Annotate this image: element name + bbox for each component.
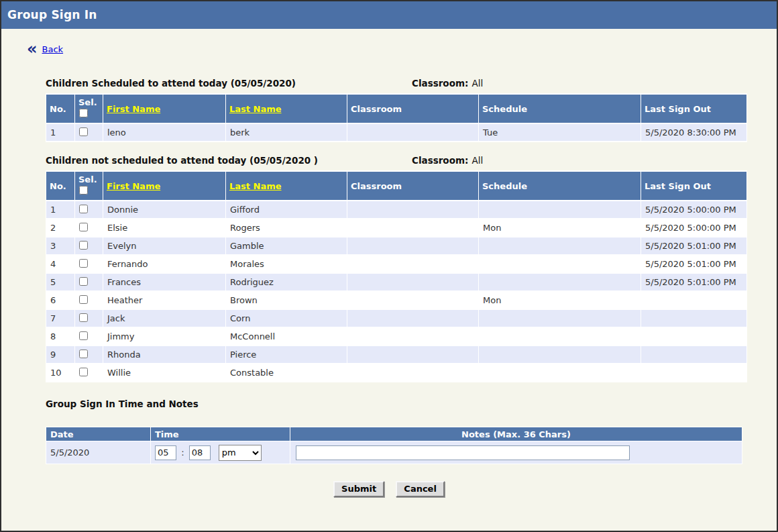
sort-last-name-link[interactable]: Last Name bbox=[229, 181, 282, 191]
cell-classroom bbox=[347, 124, 478, 141]
cell-first-name: Frances bbox=[103, 274, 225, 290]
row-select-checkbox[interactable] bbox=[79, 331, 88, 340]
cell-schedule: Tue bbox=[479, 124, 641, 141]
table-row: 3 Evelyn Gamble 5/5/2020 5:01:00 PM bbox=[46, 237, 746, 254]
cell-classroom bbox=[347, 201, 478, 218]
table-row: 8 Jimmy McConnell bbox=[46, 328, 746, 345]
column-header-time: Time bbox=[151, 427, 290, 441]
cell-no: 4 bbox=[46, 256, 74, 272]
column-header-classroom: Classroom bbox=[347, 95, 478, 123]
cell-schedule: Mon bbox=[479, 292, 641, 309]
cell-classroom bbox=[347, 292, 478, 309]
submit-button[interactable]: Submit bbox=[333, 481, 384, 497]
column-header-date: Date bbox=[46, 427, 150, 441]
column-header-schedule: Schedule bbox=[479, 172, 641, 200]
column-header-last-sign-out: Last Sign Out bbox=[641, 95, 746, 123]
page-title: Group Sign In bbox=[1, 1, 777, 29]
column-header-first-name: First Name bbox=[103, 172, 225, 200]
row-select-checkbox[interactable] bbox=[79, 259, 88, 268]
cell-last-name: berk bbox=[226, 124, 347, 141]
cell-select bbox=[75, 219, 103, 236]
row-select-checkbox[interactable] bbox=[79, 277, 88, 286]
cancel-button[interactable]: Cancel bbox=[396, 481, 445, 497]
classroom-filter: Classroom:All bbox=[412, 78, 483, 89]
cell-classroom bbox=[347, 256, 478, 272]
cell-last-sign-out bbox=[641, 292, 746, 309]
cell-no: 7 bbox=[46, 310, 74, 327]
cell-classroom bbox=[347, 237, 478, 254]
cell-no: 10 bbox=[46, 364, 74, 381]
ampm-select[interactable]: pm bbox=[219, 445, 262, 461]
cell-last-name: Rodriguez bbox=[226, 274, 347, 290]
group-sign-in-page: Group Sign In « Back Children Scheduled … bbox=[0, 0, 778, 532]
cell-last-sign-out bbox=[641, 364, 746, 381]
cell-no: 1 bbox=[46, 201, 74, 218]
row-select-checkbox[interactable] bbox=[79, 205, 88, 213]
back-link[interactable]: « Back bbox=[27, 43, 63, 55]
scheduled-table: No. Sel. First Name Last Name Classroom … bbox=[46, 93, 747, 142]
row-select-checkbox[interactable] bbox=[79, 295, 88, 304]
table-row: 10 Willie Constable bbox=[46, 364, 746, 381]
cell-last-name: Brown bbox=[226, 292, 347, 309]
classroom-value: All bbox=[471, 78, 483, 89]
row-select-checkbox[interactable] bbox=[79, 313, 88, 322]
row-select-checkbox[interactable] bbox=[79, 223, 88, 231]
cell-last-name: Gifford bbox=[226, 201, 347, 218]
cell-first-name: Jimmy bbox=[103, 328, 225, 345]
cell-last-name: McConnell bbox=[226, 328, 347, 345]
row-select-checkbox[interactable] bbox=[79, 350, 88, 358]
cell-schedule bbox=[479, 364, 641, 381]
column-header-no: No. bbox=[46, 95, 74, 123]
time-notes-section-heading: Group Sign In Time and Notes bbox=[46, 398, 742, 409]
table-header-row: Date Time Notes (Max. 36 Chars) bbox=[46, 427, 742, 441]
cell-no: 6 bbox=[46, 292, 74, 309]
row-select-checkbox[interactable] bbox=[79, 127, 88, 136]
cell-select bbox=[75, 292, 103, 309]
column-header-no: No. bbox=[46, 172, 74, 200]
cell-last-name: Constable bbox=[226, 364, 347, 381]
action-buttons: Submit Cancel bbox=[1, 481, 777, 497]
cell-classroom bbox=[347, 274, 478, 290]
time-notes-section-title: Group Sign In Time and Notes bbox=[46, 398, 199, 409]
cell-last-name: Corn bbox=[226, 310, 347, 327]
cell-last-sign-out bbox=[641, 346, 746, 363]
cell-last-name: Morales bbox=[226, 256, 347, 272]
select-all-checkbox[interactable] bbox=[79, 109, 88, 117]
sort-first-name-link[interactable]: First Name bbox=[107, 104, 160, 114]
cell-select bbox=[75, 328, 103, 345]
table-header-row: No. Sel. First Name Last Name Classroom … bbox=[46, 95, 746, 123]
column-header-select: Sel. bbox=[75, 172, 103, 200]
cell-select bbox=[75, 364, 103, 381]
notes-input[interactable] bbox=[296, 445, 630, 460]
cell-first-name: Fernando bbox=[103, 256, 225, 272]
cell-first-name: Willie bbox=[103, 364, 225, 381]
time-cell: : pm bbox=[151, 441, 290, 464]
hour-input[interactable] bbox=[155, 445, 176, 460]
sort-first-name-link[interactable]: First Name bbox=[107, 181, 160, 191]
not-scheduled-section-heading: Children not scheduled to attend today (… bbox=[46, 155, 742, 166]
cell-first-name: Donnie bbox=[103, 201, 225, 218]
sort-last-name-link[interactable]: Last Name bbox=[229, 104, 282, 114]
not-scheduled-section-title: Children not scheduled to attend today (… bbox=[46, 155, 318, 166]
cell-first-name: Elsie bbox=[103, 219, 225, 236]
row-select-checkbox[interactable] bbox=[79, 368, 88, 376]
back-chevron-icon: « bbox=[27, 43, 38, 55]
cell-last-sign-out bbox=[641, 310, 746, 327]
cell-schedule bbox=[479, 237, 641, 254]
column-header-schedule: Schedule bbox=[479, 95, 641, 123]
cell-classroom bbox=[347, 346, 478, 363]
minute-input[interactable] bbox=[189, 445, 211, 460]
cell-select bbox=[75, 346, 103, 363]
back-link-label: Back bbox=[42, 44, 64, 54]
notes-cell bbox=[290, 441, 742, 464]
cell-schedule bbox=[479, 274, 641, 290]
classroom-label: Classroom: bbox=[412, 78, 468, 89]
cell-first-name: Jack bbox=[103, 310, 225, 327]
cell-no: 8 bbox=[46, 328, 74, 345]
cell-select bbox=[75, 201, 103, 218]
date-value: 5/5/2020 bbox=[46, 441, 150, 464]
column-header-first-name: First Name bbox=[103, 95, 225, 123]
row-select-checkbox[interactable] bbox=[79, 241, 88, 250]
cell-schedule: Mon bbox=[479, 219, 641, 236]
select-all-checkbox[interactable] bbox=[79, 186, 88, 195]
